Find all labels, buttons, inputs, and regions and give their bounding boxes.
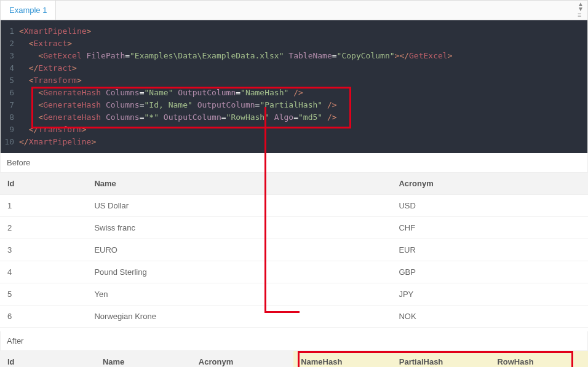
line-number: 7: [1, 99, 19, 111]
table-header: Name: [87, 173, 391, 195]
line-number: 10: [1, 136, 19, 148]
line-number: 6: [1, 87, 19, 99]
code-line[interactable]: 10</XmartPipeline>: [1, 136, 587, 148]
table-cell: JPY: [391, 283, 588, 306]
before-label: Before: [0, 153, 588, 173]
table-cell: 1: [0, 195, 87, 217]
line-number: 2: [1, 37, 19, 50]
code-line[interactable]: 2 <Extract>: [1, 37, 587, 50]
code-content: </XmartPipeline>: [19, 136, 587, 148]
line-number: 5: [1, 74, 19, 87]
table-cell: 2: [0, 217, 87, 239]
code-content: <Extract>: [19, 37, 587, 50]
before-table: IdNameAcronym 1US DollarUSD2Swiss francC…: [0, 173, 588, 328]
table-cell: CHF: [391, 217, 588, 239]
code-editor[interactable]: 1<XmartPipeline>2 <Extract>3 <GetExcel F…: [0, 20, 588, 153]
table-cell: 4: [0, 261, 87, 283]
table-cell: 5: [0, 283, 87, 306]
table-header: NameHash: [293, 351, 392, 367]
table-header: Acronym: [191, 351, 293, 367]
table-cell: Norwegian Krone: [87, 306, 391, 328]
table-header: Id: [0, 351, 95, 367]
table-row: 2Swiss francCHF: [0, 217, 588, 239]
tab-header: Example 1 ▲ ▼ ≡: [0, 0, 588, 20]
code-content: <GenerateHash Columns="Name" OutputColum…: [19, 87, 587, 99]
table-cell: NOK: [391, 306, 588, 328]
code-line[interactable]: 3 <GetExcel FilePath="Examples\Data\Exam…: [1, 50, 587, 62]
menu-icon[interactable]: ≡: [578, 12, 584, 18]
table-cell: Pound Sterling: [87, 261, 391, 283]
line-number: 4: [1, 62, 19, 74]
line-number: 3: [1, 50, 19, 62]
after-table: IdNameAcronymNameHashPartialHashRowHash …: [0, 351, 588, 367]
table-header: PartialHash: [392, 351, 490, 367]
code-line[interactable]: 9 </Transform>: [1, 124, 587, 136]
table-row: 1US DollarUSD: [0, 195, 588, 217]
code-line[interactable]: 8 <GenerateHash Columns="*" OutputColumn…: [1, 111, 587, 124]
table-cell: USD: [391, 195, 588, 217]
code-content: </Extract>: [19, 62, 587, 74]
code-line[interactable]: 5 <Transform>: [1, 74, 587, 87]
table-cell: Yen: [87, 283, 391, 306]
table-row: 4Pound SterlingGBP: [0, 261, 588, 283]
table-cell: Swiss franc: [87, 217, 391, 239]
code-content: <GenerateHash Columns="Id, Name" OutputC…: [19, 99, 587, 111]
code-content: <GenerateHash Columns="*" OutputColumn="…: [19, 111, 587, 124]
table-cell: 6: [0, 306, 87, 328]
table-cell: US Dollar: [87, 195, 391, 217]
line-number: 8: [1, 111, 19, 124]
code-line[interactable]: 7 <GenerateHash Columns="Id, Name" Outpu…: [1, 99, 587, 111]
table-row: 6Norwegian KroneNOK: [0, 306, 588, 328]
tab-scroll[interactable]: ▲ ▼ ≡: [578, 2, 587, 18]
table-header: Name: [95, 351, 191, 367]
table-header: RowHash: [490, 351, 588, 367]
code-content: </Transform>: [19, 124, 587, 136]
code-content: <GetExcel FilePath="Examples\Data\Exampl…: [19, 50, 587, 62]
table-header: Id: [0, 173, 87, 195]
code-content: <Transform>: [19, 74, 587, 87]
tab-example1[interactable]: Example 1: [1, 1, 56, 20]
line-number: 1: [1, 25, 19, 37]
table-header: Acronym: [391, 173, 588, 195]
table-cell: GBP: [391, 261, 588, 283]
code-line[interactable]: 1<XmartPipeline>: [1, 25, 587, 37]
code-line[interactable]: 6 <GenerateHash Columns="Name" OutputCol…: [1, 87, 587, 99]
table-cell: EUR: [391, 239, 588, 261]
table-cell: 3: [0, 239, 87, 261]
table-cell: EURO: [87, 239, 391, 261]
line-number: 9: [1, 124, 19, 136]
table-row: 3EUROEUR: [0, 239, 588, 261]
after-label: After: [0, 331, 588, 351]
table-row: 5YenJPY: [0, 283, 588, 306]
code-content: <XmartPipeline>: [19, 25, 587, 37]
code-line[interactable]: 4 </Extract>: [1, 62, 587, 74]
